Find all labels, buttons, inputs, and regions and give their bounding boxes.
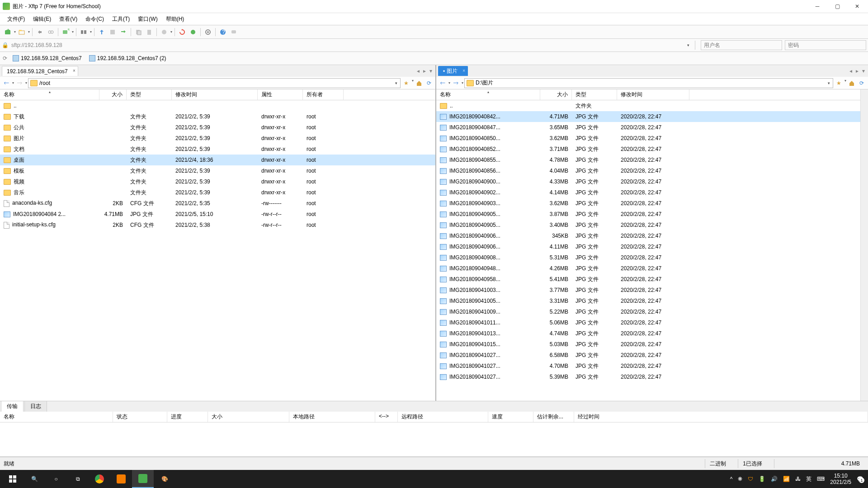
paste-button[interactable]: [144, 27, 154, 37]
close-button[interactable]: ✕: [854, 3, 861, 10]
chat-button[interactable]: [229, 27, 239, 37]
transfer-list[interactable]: [0, 422, 868, 457]
file-row[interactable]: IMG201809040906...4.11MBJPG 文件2020/2/28,…: [436, 241, 860, 252]
refresh-button[interactable]: ⟳: [425, 79, 434, 88]
close-tab-icon[interactable]: ×: [73, 68, 75, 73]
menu-help[interactable]: 帮助(H): [162, 14, 188, 24]
tab-prev-icon[interactable]: ◂: [848, 68, 854, 74]
file-row[interactable]: IMG201809040905...3.40MBJPG 文件2020/2/28,…: [436, 220, 860, 230]
tcol-speed[interactable]: 速度: [488, 412, 533, 422]
dropdown-icon[interactable]: ▾: [90, 30, 92, 34]
back-button[interactable]: 🡐: [2, 79, 11, 88]
file-row[interactable]: IMG201809040908...5.31MBJPG 文件2020/2/28,…: [436, 252, 860, 263]
start-button[interactable]: [2, 470, 24, 488]
file-row[interactable]: 文档文件夹2021/2/2, 5:39drwxr-xr-xroot: [0, 144, 435, 155]
file-row[interactable]: IMG201809041003...3.77MBJPG 文件2020/2/28,…: [436, 285, 860, 296]
file-row[interactable]: IMG201809041027...6.58MBJPG 文件2020/2/28,…: [436, 350, 860, 361]
tile-button[interactable]: [79, 27, 89, 37]
tab-log[interactable]: 日志: [24, 401, 47, 412]
file-row[interactable]: IMG201809040852...3.71MBJPG 文件2020/2/28,…: [436, 144, 860, 155]
menu-file[interactable]: 文件(F): [4, 14, 28, 24]
file-row[interactable]: IMG201809041009...5.22MBJPG 文件2020/2/28,…: [436, 306, 860, 317]
menu-view[interactable]: 查看(V): [56, 14, 81, 24]
dropdown-icon[interactable]: ▾: [72, 30, 74, 34]
file-row[interactable]: ..: [0, 100, 435, 111]
notification-button[interactable]: 💬1: [857, 476, 863, 482]
download-button[interactable]: [108, 27, 118, 37]
maximize-button[interactable]: ▢: [834, 3, 841, 10]
col-owner[interactable]: 所有者: [303, 89, 344, 100]
col-type[interactable]: 类型: [127, 89, 172, 100]
bookmark-button[interactable]: ★: [401, 79, 410, 88]
session-tab[interactable]: 192.168.59.128_Centos7 (2): [87, 54, 168, 62]
file-row[interactable]: IMG201809040850...3.62MBJPG 文件2020/2/28,…: [436, 133, 860, 144]
pane-tab[interactable]: 图片 ×: [438, 66, 468, 76]
file-row[interactable]: initial-setup-ks.cfg2KBCFG 文件2021/2/2, 5…: [0, 220, 435, 230]
app-chrome[interactable]: [89, 470, 110, 488]
file-row[interactable]: IMG201809040842...4.71MBJPG 文件2020/2/28,…: [436, 111, 860, 122]
col-size[interactable]: 大小: [99, 89, 127, 100]
cortana-button[interactable]: ○: [45, 470, 67, 488]
disconnect-button[interactable]: [46, 27, 56, 37]
address-input[interactable]: [11, 42, 684, 48]
file-row[interactable]: IMG201809040900...4.33MBJPG 文件2020/2/28,…: [436, 176, 860, 187]
forward-button[interactable]: 🡒: [451, 79, 460, 88]
col-size[interactable]: 大小: [540, 89, 572, 100]
tab-next-icon[interactable]: ▸: [854, 68, 860, 74]
file-row[interactable]: IMG201809040905...3.87MBJPG 文件2020/2/28,…: [436, 209, 860, 220]
file-row[interactable]: 音乐文件夹2021/2/2, 5:39drwxr-xr-xroot: [0, 187, 435, 198]
file-row[interactable]: IMG20180904084 2...4.71MBJPG 文件2021/2/5,…: [0, 209, 435, 220]
minimize-button[interactable]: ─: [814, 3, 821, 10]
tcol-size[interactable]: 大小: [208, 412, 289, 422]
new-session-button[interactable]: [3, 27, 13, 37]
tcol-elapsed[interactable]: 经过时间: [574, 412, 868, 422]
file-row[interactable]: IMG201809040903...3.62MBJPG 文件2020/2/28,…: [436, 198, 860, 209]
tcol-status[interactable]: 状态: [113, 412, 167, 422]
settings-button[interactable]: [203, 27, 213, 37]
search-button[interactable]: 🔍: [24, 470, 45, 488]
tab-next-icon[interactable]: ▸: [422, 68, 427, 74]
copy-button[interactable]: [133, 27, 143, 37]
sync-button[interactable]: [118, 27, 128, 37]
file-row[interactable]: IMG201809041015...5.03MBJPG 文件2020/2/28,…: [436, 339, 860, 350]
file-row[interactable]: 下载文件夹2021/2/2, 5:39drwxr-xr-xroot: [0, 111, 435, 122]
file-row[interactable]: IMG201809040902...4.14MBJPG 文件2020/2/28,…: [436, 187, 860, 198]
tcol-local[interactable]: 本地路径: [289, 412, 375, 422]
refresh-red-button[interactable]: [177, 27, 187, 37]
file-row[interactable]: 图片文件夹2021/2/2, 5:39drwxr-xr-xroot: [0, 133, 435, 144]
tray-expand-icon[interactable]: ^: [730, 476, 733, 482]
session-history-icon[interactable]: ⟳: [3, 55, 7, 61]
back-button[interactable]: 🡐: [438, 79, 447, 88]
tcol-progress[interactable]: 进度: [167, 412, 208, 422]
bookmark-button[interactable]: ★: [834, 79, 843, 88]
refresh-green-button[interactable]: [188, 27, 198, 37]
menu-window[interactable]: 窗口(W): [134, 14, 161, 24]
close-tab-icon[interactable]: ×: [462, 68, 465, 73]
file-row[interactable]: IMG201809040958...5.41MBJPG 文件2020/2/28,…: [436, 274, 860, 285]
tray-volume-icon[interactable]: 🔊: [771, 476, 778, 482]
file-row[interactable]: IMG201809041005...3.31MBJPG 文件2020/2/28,…: [436, 296, 860, 306]
tab-menu-icon[interactable]: ▾: [428, 68, 434, 74]
tray-security-icon[interactable]: 🛡: [748, 476, 753, 482]
path-dropdown-icon[interactable]: ▾: [394, 81, 398, 85]
tcol-arrow[interactable]: <-->: [375, 412, 398, 422]
stop-button[interactable]: [159, 27, 169, 37]
tab-prev-icon[interactable]: ◂: [415, 68, 421, 74]
tab-transfer[interactable]: 传输: [1, 401, 24, 412]
col-mtime[interactable]: 修改时间: [617, 89, 689, 100]
file-row[interactable]: anaconda-ks.cfg2KBCFG 文件2021/2/2, 5:35-r…: [0, 198, 435, 209]
file-row[interactable]: 公共文件夹2021/2/2, 5:39drwxr-xr-xroot: [0, 122, 435, 133]
upload-button[interactable]: [97, 27, 107, 37]
dropdown-icon[interactable]: ▾: [14, 30, 16, 34]
path-dropdown-icon[interactable]: ▾: [827, 81, 831, 85]
new-tab-button[interactable]: +: [61, 27, 71, 37]
app-vm[interactable]: [110, 470, 132, 488]
taskview-button[interactable]: ⧉: [67, 470, 89, 488]
app-other[interactable]: 🎨: [154, 470, 175, 488]
tcol-name[interactable]: 名称: [0, 412, 113, 422]
forward-button[interactable]: 🡒: [15, 79, 24, 88]
col-name[interactable]: 名称▴: [436, 89, 540, 100]
home-button[interactable]: [847, 79, 856, 88]
app-xftp[interactable]: [132, 470, 154, 488]
pane-tab[interactable]: 192.168.59.128_Centos7 ×: [2, 66, 78, 76]
